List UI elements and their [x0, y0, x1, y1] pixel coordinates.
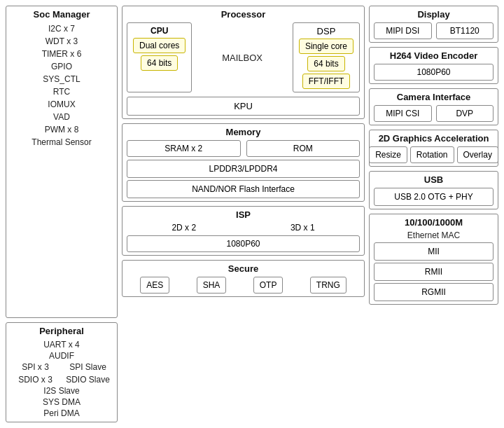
mipi-dsi-item: MIPI DSI: [374, 22, 432, 39]
nand-box: NAND/NOR Flash Interface: [127, 180, 360, 198]
processor-title: Processor: [127, 9, 360, 20]
dual-cores-box: Dual cores: [133, 38, 186, 53]
memory-title: Memory: [127, 127, 360, 137]
mailbox-label: MAILBOX: [222, 52, 262, 64]
secure-otp: OTP: [253, 277, 284, 294]
secure-aes: AES: [140, 277, 169, 294]
single-core-box: Single core: [299, 39, 354, 54]
processor-block: Processor CPU Dual cores 64 bits MAILBOX…: [122, 6, 365, 119]
ethernet-block: 10/100/1000M Ethernet MAC MII RMII RGMII: [369, 214, 498, 305]
graphics-inner: Resize Rotation Overlay: [374, 146, 493, 163]
isp-2d: 2D x 2: [172, 223, 196, 233]
rom-box: ROM: [246, 140, 360, 157]
camera-block: Camera Interface MIPI CSI DVP: [369, 88, 498, 125]
soc-item-sys-ctl: SYS_CTL: [10, 73, 113, 85]
soc-item-vad: VAD: [10, 111, 113, 123]
camera-title: Camera Interface: [374, 92, 493, 102]
h264-block: H264 Video Encoder 1080P60: [369, 47, 498, 84]
peripheral-audif: AUDIF: [10, 350, 113, 361]
usb-title: USB: [374, 174, 493, 185]
h264-1080p: 1080P60: [374, 64, 493, 81]
cpu-label: CPU: [150, 26, 168, 36]
mailbox-box: MAILBOX: [196, 22, 288, 92]
peripheral-i2s: I2S Slave: [10, 385, 113, 396]
rotation-item: Rotation: [410, 146, 454, 163]
resize-item: Resize: [369, 146, 407, 163]
dvp-item: DVP: [436, 105, 494, 122]
usb-block: USB USB 2.0 OTG + PHY: [369, 171, 498, 209]
soc-item-gpio: GPIO: [10, 60, 113, 73]
soc-item-iomux: IOMUX: [10, 98, 113, 111]
peripheral-block: Peripheral UART x 4 AUDIF SPI x 3 SPI Sl…: [6, 322, 118, 422]
display-title: Display: [374, 9, 493, 20]
lpddr-box: LPDDR3/LPDDR4: [127, 160, 360, 178]
secure-block: Secure AES SHA OTP TRNG: [122, 260, 365, 297]
left-column: Soc Manager I2C x 7 WDT x 3 TIMER x 6 GP…: [6, 6, 118, 422]
right-column: Display MIPI DSI BT1120 H264 Video Encod…: [369, 6, 498, 422]
peripheral-sdio-slave: SDIO Slave: [63, 374, 113, 385]
secure-title: Secure: [127, 263, 360, 274]
camera-inner: MIPI CSI DVP: [374, 105, 493, 122]
ethernet-subtitle: Ethernet MAC: [374, 230, 493, 240]
peripheral-title: Peripheral: [10, 326, 113, 336]
kpu-row: KPU: [127, 97, 360, 116]
usb-otg: USB 2.0 OTG + PHY: [374, 188, 493, 206]
mipi-csi-item: MIPI CSI: [374, 105, 432, 122]
cpu-box: CPU Dual cores 64 bits: [127, 22, 192, 92]
peripheral-spi-slave: SPI Slave: [63, 361, 113, 373]
h264-title: H264 Video Encoder: [374, 50, 493, 61]
soc-item-i2c: I2C x 7: [10, 22, 113, 35]
graphics-title: 2D Graphics Acceleration: [374, 133, 493, 144]
bt1120-item: BT1120: [436, 22, 494, 39]
dsp-box: DSP Single core 64 bits FFT/IFFT: [293, 22, 360, 92]
isp-block: ISP 2D x 2 3D x 1 1080P60: [122, 206, 365, 256]
memory-block: Memory SRAM x 2 ROM LPDDR3/LPDDR4 NAND/N…: [122, 123, 365, 202]
fft-box: FFT/IFFT: [302, 74, 351, 89]
peripheral-peri-dma: Peri DMA: [10, 408, 113, 419]
ethernet-title: 10/100/1000M: [374, 217, 493, 228]
peripheral-sys-dma: SYS DMA: [10, 396, 113, 408]
dsp-bits-box: 64 bits: [307, 56, 344, 71]
overlay-item: Overlay: [457, 146, 498, 163]
isp-3d: 3D x 1: [290, 223, 315, 233]
rgmii-item: RGMII: [374, 283, 493, 301]
sram-box: SRAM x 2: [127, 140, 241, 157]
soc-manager-block: Soc Manager I2C x 7 WDT x 3 TIMER x 6 GP…: [6, 6, 118, 318]
isp-1080p: 1080P60: [127, 235, 360, 252]
display-block: Display MIPI DSI BT1120: [369, 6, 498, 43]
peripheral-sdio: SDIO x 3: [10, 374, 60, 385]
dsp-label: DSP: [317, 26, 336, 36]
memory-inner: SRAM x 2 ROM: [127, 140, 360, 157]
mii-item: MII: [374, 242, 493, 261]
isp-title: ISP: [127, 209, 360, 220]
rmii-item: RMII: [374, 263, 493, 281]
graphics-block: 2D Graphics Acceleration Resize Rotation…: [369, 130, 498, 167]
display-inner: MIPI DSI BT1120: [374, 22, 493, 39]
peripheral-spi: SPI x 3: [10, 361, 60, 373]
soc-manager-title: Soc Manager: [10, 9, 113, 20]
soc-item-timer: TIMER x 6: [10, 48, 113, 60]
soc-item-wdt: WDT x 3: [10, 35, 113, 48]
secure-trng: TRNG: [310, 277, 346, 294]
cpu-bits-box: 64 bits: [141, 55, 178, 71]
secure-sha: SHA: [197, 277, 227, 294]
soc-item-pwm: PWM x 8: [10, 123, 113, 136]
secure-inner: AES SHA OTP TRNG: [127, 277, 360, 294]
soc-item-thermal: Thermal Sensor: [10, 136, 113, 149]
middle-column: Processor CPU Dual cores 64 bits MAILBOX…: [122, 6, 365, 422]
soc-item-rtc: RTC: [10, 85, 113, 98]
peripheral-uart: UART x 4: [10, 339, 113, 350]
peripheral-grid: SPI x 3 SPI Slave SDIO x 3 SDIO Slave: [10, 361, 113, 385]
processor-inner: CPU Dual cores 64 bits MAILBOX DSP Singl…: [127, 22, 360, 92]
main-diagram: Soc Manager I2C x 7 WDT x 3 TIMER x 6 GP…: [0, 0, 504, 428]
isp-inner: 2D x 2 3D x 1: [127, 223, 360, 233]
